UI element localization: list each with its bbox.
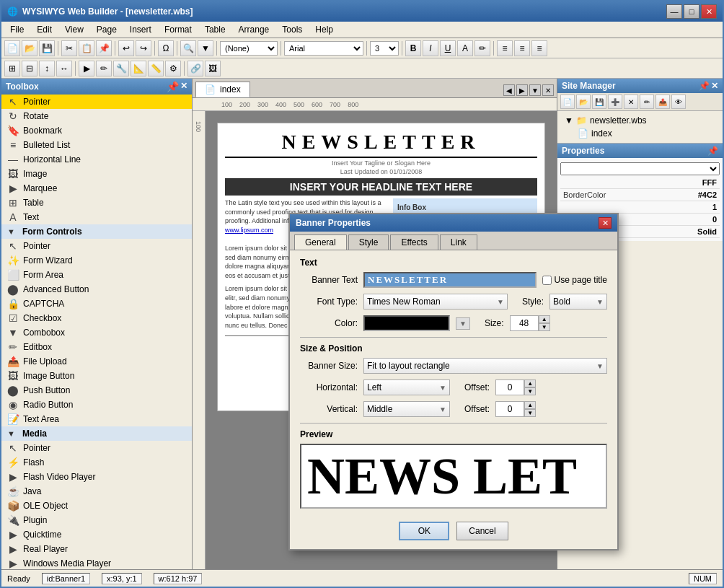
size-spinbox: ▲ ▼ bbox=[510, 315, 550, 331]
dialog-title: Banner Properties bbox=[296, 218, 371, 228]
horizontal-select[interactable]: Left ▼ bbox=[363, 379, 450, 395]
size-input[interactable] bbox=[510, 315, 539, 331]
dialog-row-banner-size: Banner Size: Fit to layout rectangle ▼ bbox=[300, 358, 607, 374]
dialog-section-size-position: Size & Position bbox=[300, 343, 607, 354]
dialog-label-offset1: Offset: bbox=[464, 382, 490, 392]
dialog-tab-link[interactable]: Link bbox=[440, 234, 477, 250]
dialog-row-font: Font Type: Times New Roman ▼ Style: Bold… bbox=[300, 294, 607, 310]
dialog-row-vertical: Vertical: Middle ▼ Offset: ▲ ▼ bbox=[300, 401, 607, 417]
dialog-label-color: Color: bbox=[300, 318, 358, 328]
offset1-up-button[interactable]: ▲ bbox=[524, 379, 536, 387]
dialog-title-bar: Banner Properties ✕ bbox=[290, 214, 617, 232]
ok-button[interactable]: OK bbox=[399, 522, 449, 540]
dialog-buttons: OK Cancel bbox=[290, 516, 617, 549]
banner-size-arrow-icon: ▼ bbox=[596, 362, 604, 370]
dialog-close-button[interactable]: ✕ bbox=[599, 217, 612, 229]
preview-text: NEWS LET bbox=[307, 447, 577, 506]
banner-size-select[interactable]: Fit to layout rectangle ▼ bbox=[363, 358, 607, 374]
color-picker-button[interactable] bbox=[363, 315, 450, 331]
offset1-spinbox: ▲ ▼ bbox=[495, 379, 536, 395]
offset2-up-button[interactable]: ▲ bbox=[524, 401, 536, 409]
dialog-label-vertical: Vertical: bbox=[300, 404, 358, 414]
dialog-label-banner-text: Banner Text bbox=[300, 275, 358, 285]
dialog-label-banner-size: Banner Size: bbox=[300, 361, 358, 371]
dialog-tabs: General Style Effects Link bbox=[290, 232, 617, 250]
dialog-section-text: Text bbox=[300, 258, 607, 268]
dialog-label-offset2: Offset: bbox=[464, 404, 490, 414]
dialog-label-size: Size: bbox=[485, 318, 504, 328]
divider-1 bbox=[300, 337, 607, 338]
size-down-button[interactable]: ▼ bbox=[539, 323, 550, 331]
offset2-spinbox: ▲ ▼ bbox=[495, 401, 536, 417]
dialog-row-horizontal: Horizontal: Left ▼ Offset: ▲ ▼ bbox=[300, 379, 607, 395]
font-type-arrow-icon: ▼ bbox=[497, 298, 504, 306]
dialog-tab-general[interactable]: General bbox=[294, 234, 347, 250]
font-type-select[interactable]: Times New Roman ▼ bbox=[363, 294, 508, 310]
color-dropdown-arrow[interactable]: ▼ bbox=[456, 317, 470, 330]
banner-size-value: Fit to layout rectangle bbox=[367, 361, 450, 371]
use-page-title-text: Use page title bbox=[555, 275, 607, 285]
dialog-label-horizontal: Horizontal: bbox=[300, 382, 358, 392]
dialog-overlay: Banner Properties ✕ General Style Effect… bbox=[0, 0, 724, 588]
banner-text-input[interactable] bbox=[363, 272, 537, 288]
horizontal-arrow-icon: ▼ bbox=[439, 384, 446, 392]
style-value: Bold bbox=[553, 297, 570, 307]
divider-2 bbox=[300, 423, 607, 424]
use-page-title-label: Use page title bbox=[542, 275, 607, 285]
dialog-body: Text Banner Text Use page title Font Typ… bbox=[290, 250, 617, 516]
dialog-row-banner-text: Banner Text Use page title bbox=[300, 272, 607, 288]
font-type-value: Times New Roman bbox=[367, 297, 441, 307]
offset2-down-button[interactable]: ▼ bbox=[524, 409, 536, 417]
dialog-label-style: Style: bbox=[522, 297, 544, 307]
offset1-input[interactable] bbox=[495, 379, 524, 395]
offset2-input[interactable] bbox=[495, 401, 524, 417]
size-up-button[interactable]: ▲ bbox=[539, 315, 550, 323]
dialog-tab-style[interactable]: Style bbox=[348, 234, 389, 250]
style-select-dialog[interactable]: Bold ▼ bbox=[549, 294, 607, 310]
style-arrow-icon: ▼ bbox=[596, 298, 604, 306]
dialog-label-font-type: Font Type: bbox=[300, 297, 358, 307]
vertical-value: Middle bbox=[367, 404, 392, 414]
offset1-down-button[interactable]: ▼ bbox=[524, 387, 536, 395]
banner-properties-dialog: Banner Properties ✕ General Style Effect… bbox=[288, 213, 619, 550]
vertical-arrow-icon: ▼ bbox=[439, 405, 446, 413]
dialog-tab-effects[interactable]: Effects bbox=[390, 234, 438, 250]
dialog-row-color-size: Color: ▼ Size: ▲ ▼ bbox=[300, 315, 607, 331]
preview-box: NEWS LET bbox=[300, 444, 607, 509]
dialog-section-preview: Preview bbox=[300, 429, 607, 439]
cancel-button[interactable]: Cancel bbox=[456, 522, 508, 540]
vertical-select[interactable]: Middle ▼ bbox=[363, 401, 450, 417]
horizontal-value: Left bbox=[367, 382, 381, 392]
use-page-title-checkbox[interactable] bbox=[542, 276, 552, 285]
